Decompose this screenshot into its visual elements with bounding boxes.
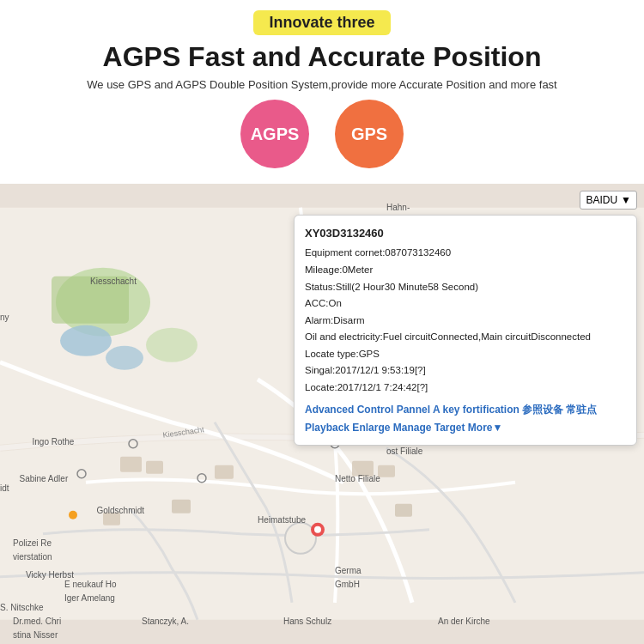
map-label: E neukauf Ho	[64, 580, 117, 589]
map-section: Kiesschacht KiesschachtIngo RotheDeutsch…	[0, 184, 644, 644]
map-label: GmbH	[335, 580, 360, 589]
device-id: XY03D3132460	[305, 224, 626, 243]
map-label: stina Nisser	[13, 630, 58, 640]
icons-row: AGPS GPS	[17, 100, 627, 168]
map-label: Sabine Adler	[20, 474, 69, 483]
map-label: Goldschmidt	[97, 506, 145, 515]
map-label: Hans Schulz	[283, 617, 331, 626]
action-line-1[interactable]: Advanced Control Pannel A key fortificat…	[305, 401, 626, 418]
svg-point-4	[60, 325, 112, 356]
equipment-line: Equipment cornet:0870731​32460	[305, 245, 626, 262]
action-line-2[interactable]: Playback Enlarge Manage Target More▼	[305, 419, 626, 436]
map-label: Dr.med. Chri	[13, 617, 61, 626]
agps-icon: AGPS	[240, 100, 309, 168]
innovate-badge: Innovate three	[253, 10, 390, 35]
map-label: vierstation	[13, 552, 52, 562]
svg-rect-13	[172, 500, 191, 513]
dropdown-arrow-icon: ▼	[621, 194, 631, 206]
svg-rect-14	[395, 504, 412, 517]
svg-rect-8	[146, 461, 163, 474]
acc-line: ACC:On	[305, 295, 626, 313]
mileage-line: Mileage:0Meter	[305, 262, 626, 279]
oil-line: Oil and electricity:Fuel circuitConnecte…	[305, 329, 626, 346]
top-section: Innovate three AGPS Fast and Accurate Po…	[0, 0, 644, 184]
main-title: AGPS Fast and Accurate Position	[17, 40, 627, 73]
info-card: XY03D3132460 Equipment cornet:0870731​32…	[294, 215, 637, 446]
baidu-label: BAIDU	[586, 194, 617, 206]
subtitle: We use GPS and AGPS Double Position Syst…	[17, 78, 627, 91]
status-line: Status:Still(2 Hour30 Minute58 Second)	[305, 279, 626, 296]
map-label: Vicky Herbst	[26, 570, 74, 580]
map-label: Polizei Re	[13, 538, 52, 548]
map-label: Netto Filiale	[335, 474, 380, 483]
map-label: Kiesschacht	[90, 276, 137, 286]
map-label: Germa	[335, 566, 361, 575]
map-label: idt	[0, 483, 9, 493]
map-label: Stanczyk, A.	[142, 617, 189, 626]
map-label: ost Filiale	[386, 447, 422, 456]
svg-rect-7	[120, 457, 142, 472]
map-label: S. Nitschke	[0, 603, 44, 612]
map-label: Heimatstube	[258, 515, 306, 525]
svg-point-16	[314, 526, 321, 533]
locate-type-line: Locate type:GPS	[305, 346, 626, 363]
map-label: An der Kirche	[438, 617, 490, 626]
map-label: Iger Amelang	[64, 593, 115, 603]
map-label: Hahn-	[386, 203, 410, 212]
gps-icon: GPS	[335, 100, 404, 168]
alarm-line: Alarm:Disarm	[305, 313, 626, 330]
svg-point-3	[146, 328, 197, 362]
locate-line: Locate:2017/12/1 7:24:42[?]	[305, 380, 626, 397]
svg-point-5	[106, 346, 143, 370]
page-wrapper: Innovate three AGPS Fast and Accurate Po…	[0, 0, 644, 644]
map-label: Ingo Rothe	[33, 437, 75, 447]
baidu-dropdown[interactable]: BAIDU ▼	[580, 191, 637, 210]
map-label: ny	[0, 313, 9, 322]
signal-line: Singal:2017/12/1 9:53:19[?]	[305, 362, 626, 380]
svg-rect-9	[215, 465, 234, 479]
action-links: Advanced Control Pannel A key fortificat…	[305, 401, 626, 436]
svg-rect-11	[378, 465, 395, 477]
svg-point-21	[69, 511, 77, 519]
